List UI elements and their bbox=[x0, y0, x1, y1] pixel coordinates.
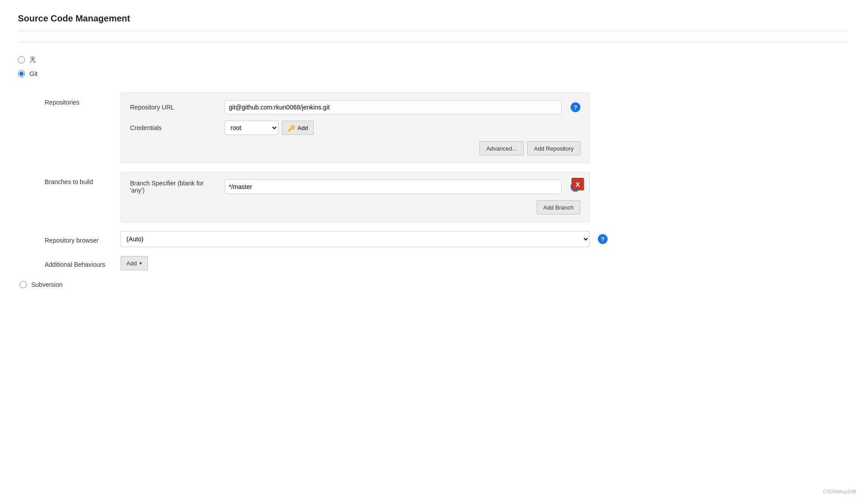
subversion-radio-row: Subversion bbox=[18, 281, 847, 288]
repositories-label: Repositories bbox=[18, 92, 116, 106]
branch-specifier-row: Branch Specifier (blank for 'any') ? bbox=[130, 180, 580, 194]
additional-behaviours-label: Additional Behaviours bbox=[18, 258, 116, 268]
repo-url-row: Repository URL git@github.com:rkun0068/j… bbox=[130, 100, 580, 114]
add-behaviour-button[interactable]: Add ▾ bbox=[121, 256, 148, 270]
advanced-button[interactable]: Advanced... bbox=[479, 141, 524, 155]
delete-branch-button[interactable]: X bbox=[571, 178, 584, 190]
radio-git-input[interactable] bbox=[18, 70, 25, 77]
repo-browser-row: Repository browser (Auto) githubweb gitl… bbox=[18, 231, 847, 247]
add-repository-button[interactable]: Add Repository bbox=[527, 141, 580, 155]
branch-specifier-label: Branch Specifier (blank for 'any') bbox=[130, 180, 219, 194]
repo-action-buttons: Advanced... Add Repository bbox=[130, 141, 580, 155]
branches-label: Branches to build bbox=[18, 172, 116, 185]
radio-subversion-input[interactable] bbox=[20, 281, 27, 288]
add-behaviour-label: Add bbox=[126, 260, 137, 267]
add-credentials-button[interactable]: 🔑 Add bbox=[282, 121, 314, 135]
additional-behaviours-row: Additional Behaviours Add ▾ bbox=[18, 256, 847, 270]
branches-row: Branches to build X Branch Specifier (bl… bbox=[18, 172, 847, 222]
radio-subversion-label: Subversion bbox=[31, 281, 63, 288]
credentials-inputs: root 🔑 Add bbox=[225, 121, 314, 135]
credentials-select[interactable]: root bbox=[225, 121, 278, 135]
repo-url-label: Repository URL bbox=[130, 104, 219, 111]
repo-url-help[interactable]: ? bbox=[571, 102, 580, 112]
branch-action-buttons: Add Branch bbox=[130, 200, 580, 214]
section-divider bbox=[18, 42, 847, 42]
repo-browser-help[interactable]: ? bbox=[598, 234, 608, 244]
watermark: CSDNblog示例 bbox=[823, 488, 856, 495]
add-branch-button[interactable]: Add Branch bbox=[537, 200, 580, 214]
page-title: Source Code Management bbox=[18, 13, 847, 31]
radio-none-label: 无 bbox=[29, 56, 36, 64]
branches-content: X Branch Specifier (blank for 'any') ? A… bbox=[121, 172, 590, 222]
radio-none[interactable]: 无 bbox=[18, 56, 847, 64]
scm-radio-group: 无 Git bbox=[18, 51, 847, 82]
credentials-label: Credentials bbox=[130, 124, 219, 131]
radio-none-input[interactable] bbox=[18, 56, 25, 63]
branch-specifier-input[interactable] bbox=[225, 180, 562, 194]
repositories-row: Repositories Repository URL git@github.c… bbox=[18, 92, 847, 163]
radio-subversion[interactable]: Subversion bbox=[20, 281, 63, 288]
repo-browser-label: Repository browser bbox=[18, 234, 116, 244]
page-container: Source Code Management 无 Git Repositorie… bbox=[0, 0, 865, 504]
credentials-row: Credentials root 🔑 Add bbox=[130, 121, 580, 135]
repo-url-input[interactable]: git@github.com:rkun0068/jenkins.git bbox=[225, 100, 562, 114]
add-behaviour-arrow: ▾ bbox=[139, 260, 142, 266]
add-cred-label: Add bbox=[298, 125, 308, 131]
repo-browser-select[interactable]: (Auto) githubweb gitlist bbox=[121, 231, 590, 247]
radio-git-label: Git bbox=[29, 70, 38, 77]
repositories-content: Repository URL git@github.com:rkun0068/j… bbox=[121, 92, 590, 163]
radio-git[interactable]: Git bbox=[18, 70, 847, 77]
key-icon: 🔑 bbox=[288, 125, 295, 131]
